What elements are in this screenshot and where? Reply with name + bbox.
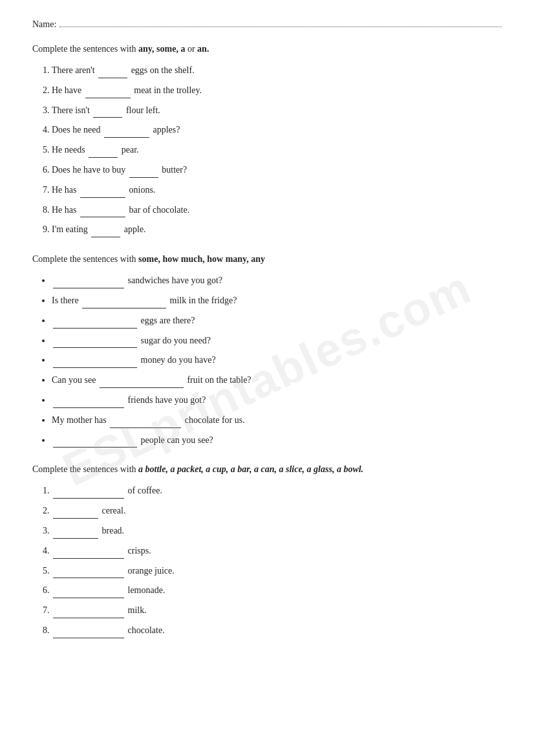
s1-blank-3[interactable] — [104, 122, 149, 138]
s2-blank-1[interactable] — [82, 292, 166, 308]
section2-item-3: eggs are there? — [52, 312, 502, 329]
s3-blank-3[interactable] — [53, 543, 124, 559]
s2-blank-4[interactable] — [53, 352, 137, 368]
s3-post-7: chocolate. — [125, 625, 165, 635]
section2-instruction-bold: some, how much, how many, any — [138, 254, 265, 264]
s2-post-2: eggs are there? — [138, 316, 195, 325]
section3-item-8: chocolate. — [52, 622, 502, 638]
s3-blank-6[interactable] — [53, 602, 124, 618]
section3: Complete the sentences with a bottle, a … — [32, 464, 502, 638]
section3-instruction: Complete the sentences with a bottle, a … — [32, 464, 502, 475]
s1-blank-2[interactable] — [93, 102, 122, 118]
s2-pre-7: My mother has — [52, 415, 109, 425]
s2-blank-8[interactable] — [53, 432, 137, 448]
s2-post-8: people can you see? — [138, 435, 213, 445]
s2-post-0: sandwiches have you got? — [125, 275, 222, 285]
section2-item-7: friends have you got? — [52, 392, 502, 408]
section2: Complete the sentences with some, how mu… — [32, 254, 502, 448]
s1-post-6: onions. — [127, 185, 155, 195]
s2-blank-2[interactable] — [53, 312, 137, 329]
s3-post-2: bread. — [100, 526, 124, 535]
s1-pre-3: Does he need — [52, 125, 103, 135]
s3-blank-7[interactable] — [53, 622, 124, 638]
s1-blank-8[interactable] — [91, 221, 120, 237]
section2-item-1: sandwiches have you got? — [52, 272, 502, 288]
s1-blank-7[interactable] — [80, 202, 125, 218]
s2-blank-7[interactable] — [110, 412, 181, 428]
section2-item-2: Is there milk in the fridge? — [52, 292, 502, 308]
s3-blank-5[interactable] — [53, 582, 124, 598]
s1-post-3: apples? — [151, 125, 180, 135]
s1-post-1: meat in the trolley. — [132, 85, 202, 95]
s3-post-3: crisps. — [125, 546, 151, 556]
s1-pre-5: Does he have to buy — [52, 165, 128, 175]
s1-post-2: flour left. — [123, 105, 160, 115]
section3-instruction-italic: a bottle, a packet, a cup, a bar, a can,… — [138, 464, 363, 474]
section1-instruction-bold2: an. — [197, 44, 209, 54]
section3-item-4: crisps. — [52, 543, 502, 559]
s1-post-5: butter? — [160, 165, 187, 175]
s2-blank-3[interactable] — [53, 332, 137, 349]
s3-post-1: cereal. — [100, 506, 125, 515]
section1-item-2: He have meat in the trolley. — [52, 82, 502, 98]
section3-item-6: lemonade. — [52, 582, 502, 598]
section3-list: of coffee. cereal. bread. crisps. orange… — [32, 482, 502, 638]
s2-blank-5[interactable] — [100, 372, 184, 388]
section1-item-1: There aren't eggs on the shelf. — [52, 62, 502, 78]
s2-blank-0[interactable] — [53, 272, 124, 288]
name-line: Name: — [32, 19, 502, 30]
s2-post-4: money do you have? — [138, 355, 216, 365]
s1-pre-1: He have — [52, 85, 84, 95]
section1-item-8: He has bar of chocolate. — [52, 202, 502, 218]
s2-post-1: milk in the fridge? — [167, 296, 237, 305]
section1-item-9: I'm eating apple. — [52, 221, 502, 237]
section1-item-4: Does he need apples? — [52, 122, 502, 138]
s1-pre-8: I'm eating — [52, 224, 90, 234]
s1-pre-0: There aren't — [52, 65, 97, 75]
s1-blank-0[interactable] — [98, 62, 127, 78]
s1-blank-4[interactable] — [89, 142, 118, 158]
name-label: Name: — [32, 19, 56, 30]
section2-item-4: sugar do you need? — [52, 332, 502, 349]
s2-post-7: chocolate for us. — [182, 415, 244, 425]
s1-post-7: bar of chocolate. — [127, 205, 189, 215]
s3-blank-1[interactable] — [53, 502, 98, 519]
s3-blank-2[interactable] — [53, 523, 98, 539]
s3-blank-4[interactable] — [53, 563, 124, 579]
s3-post-5: lemonade. — [125, 585, 165, 595]
s1-blank-6[interactable] — [80, 182, 125, 198]
section3-item-3: bread. — [52, 523, 502, 539]
section3-item-1: of coffee. — [52, 482, 502, 499]
s2-post-6: friends have you got? — [125, 395, 206, 405]
section1-item-3: There isn't flour left. — [52, 102, 502, 118]
section2-list: sandwiches have you got?Is there milk in… — [32, 272, 502, 448]
section1-instruction: Complete the sentences with any, some, a… — [32, 44, 502, 54]
s1-pre-2: There isn't — [52, 105, 92, 115]
s1-blank-5[interactable] — [129, 162, 158, 178]
s3-post-0: of coffee. — [125, 486, 162, 495]
section2-item-6: Can you see fruit on the table? — [52, 372, 502, 388]
section2-item-8: My mother has chocolate for us. — [52, 412, 502, 428]
section1-instruction-bold: any, some, a — [138, 44, 185, 54]
s2-blank-6[interactable] — [53, 392, 124, 408]
section3-item-7: milk. — [52, 602, 502, 618]
s3-blank-0[interactable] — [53, 482, 124, 499]
section2-item-5: money do you have? — [52, 352, 502, 368]
section3-item-2: cereal. — [52, 502, 502, 519]
s2-post-5: fruit on the table? — [185, 375, 251, 385]
section2-instruction-pre: Complete the sentences with — [32, 254, 138, 264]
s1-pre-6: He has — [52, 185, 79, 195]
s1-blank-1[interactable] — [85, 82, 131, 98]
section3-item-5: orange juice. — [52, 563, 502, 579]
s2-pre-1: Is there — [52, 296, 81, 305]
s1-post-8: apple. — [122, 224, 145, 234]
s3-post-4: orange juice. — [125, 566, 175, 576]
section3-instruction-pre: Complete the sentences with — [32, 464, 138, 474]
section1-instruction-mid: or — [185, 44, 197, 54]
section1-item-7: He has onions. — [52, 182, 502, 198]
section1-list: There aren't eggs on the shelf.He have m… — [32, 62, 502, 237]
s2-post-3: sugar do you need? — [138, 336, 211, 345]
section1-item-6: Does he have to buy butter? — [52, 162, 502, 178]
s3-post-6: milk. — [125, 605, 147, 615]
s1-pre-4: He needs — [52, 145, 87, 155]
